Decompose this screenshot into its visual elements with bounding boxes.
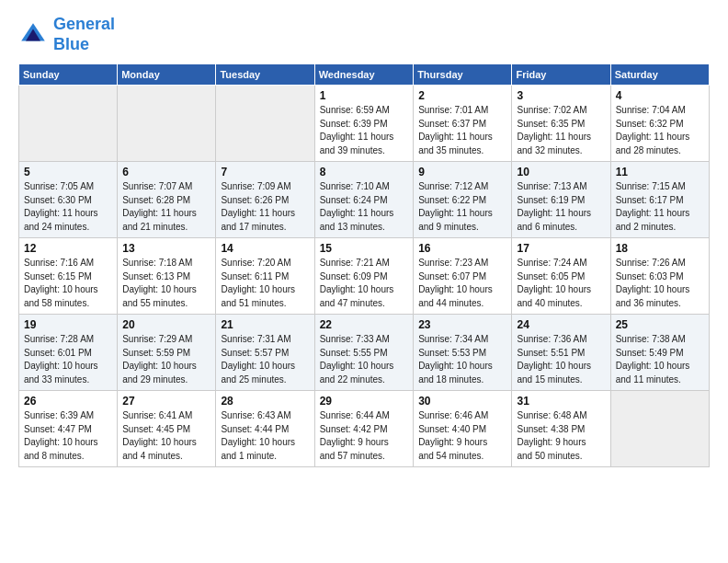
day-info: Sunrise: 7:10 AM Sunset: 6:24 PM Dayligh…: [320, 180, 408, 234]
day-number: 10: [517, 166, 605, 178]
day-info: Sunrise: 6:48 AM Sunset: 4:38 PM Dayligh…: [517, 409, 605, 463]
day-number: 5: [24, 166, 112, 178]
day-info: Sunrise: 6:43 AM Sunset: 4:44 PM Dayligh…: [221, 409, 309, 463]
calendar-cell: 19Sunrise: 7:28 AM Sunset: 6:01 PM Dayli…: [19, 315, 118, 391]
day-number: 25: [616, 318, 704, 331]
calendar-cell: 17Sunrise: 7:24 AM Sunset: 6:05 PM Dayli…: [512, 238, 610, 315]
day-info: Sunrise: 7:36 AM Sunset: 5:51 PM Dayligh…: [517, 333, 605, 386]
calendar-cell: 8Sunrise: 7:10 AM Sunset: 6:24 PM Daylig…: [314, 162, 413, 238]
calendar-cell: [19, 86, 118, 162]
day-number: 23: [418, 318, 506, 331]
day-info: Sunrise: 7:31 AM Sunset: 5:57 PM Dayligh…: [221, 333, 309, 386]
day-info: Sunrise: 7:02 AM Sunset: 6:35 PM Dayligh…: [517, 104, 605, 157]
day-number: 17: [517, 242, 605, 255]
calendar-cell: 24Sunrise: 7:36 AM Sunset: 5:51 PM Dayli…: [512, 315, 610, 391]
calendar-cell: 11Sunrise: 7:15 AM Sunset: 6:17 PM Dayli…: [610, 162, 709, 238]
day-info: Sunrise: 7:24 AM Sunset: 6:05 PM Dayligh…: [517, 257, 605, 310]
day-info: Sunrise: 6:59 AM Sunset: 6:39 PM Dayligh…: [320, 104, 408, 157]
day-number: 16: [418, 242, 506, 255]
calendar-cell: 20Sunrise: 7:29 AM Sunset: 5:59 PM Dayli…: [118, 315, 216, 391]
calendar-cell: 1Sunrise: 6:59 AM Sunset: 6:39 PM Daylig…: [314, 86, 413, 162]
calendar-cell: 10Sunrise: 7:13 AM Sunset: 6:19 PM Dayli…: [512, 162, 610, 238]
day-number: 13: [122, 242, 210, 255]
day-number: 18: [616, 242, 704, 255]
day-number: 12: [24, 242, 112, 255]
calendar-cell: 6Sunrise: 7:07 AM Sunset: 6:28 PM Daylig…: [118, 162, 216, 238]
week-row-2: 5Sunrise: 7:05 AM Sunset: 6:30 PM Daylig…: [19, 162, 710, 238]
day-number: 15: [320, 242, 408, 255]
calendar-cell: 25Sunrise: 7:38 AM Sunset: 5:49 PM Dayli…: [610, 315, 709, 391]
weekday-header-thursday: Thursday: [414, 64, 512, 86]
day-info: Sunrise: 7:09 AM Sunset: 6:26 PM Dayligh…: [221, 180, 309, 234]
calendar-cell: 16Sunrise: 7:23 AM Sunset: 6:07 PM Dayli…: [414, 238, 512, 315]
calendar-cell: 28Sunrise: 6:43 AM Sunset: 4:44 PM Dayli…: [216, 391, 314, 467]
calendar-cell: [216, 86, 314, 162]
calendar-cell: 2Sunrise: 7:01 AM Sunset: 6:37 PM Daylig…: [414, 86, 512, 162]
day-info: Sunrise: 7:05 AM Sunset: 6:30 PM Dayligh…: [24, 180, 112, 234]
calendar-cell: 26Sunrise: 6:39 AM Sunset: 4:47 PM Dayli…: [19, 391, 118, 467]
weekday-header-wednesday: Wednesday: [314, 64, 413, 86]
day-info: Sunrise: 6:39 AM Sunset: 4:47 PM Dayligh…: [24, 409, 112, 463]
day-info: Sunrise: 7:29 AM Sunset: 5:59 PM Dayligh…: [122, 333, 210, 386]
weekday-header-saturday: Saturday: [610, 64, 709, 86]
day-number: 1: [320, 89, 408, 102]
day-number: 21: [221, 318, 309, 331]
day-number: 27: [122, 395, 210, 408]
day-number: 8: [320, 166, 408, 178]
week-row-1: 1Sunrise: 6:59 AM Sunset: 6:39 PM Daylig…: [19, 86, 710, 162]
day-number: 19: [24, 318, 112, 331]
day-info: Sunrise: 6:41 AM Sunset: 4:45 PM Dayligh…: [122, 409, 210, 463]
calendar-cell: 4Sunrise: 7:04 AM Sunset: 6:32 PM Daylig…: [610, 86, 709, 162]
weekday-header-row: SundayMondayTuesdayWednesdayThursdayFrid…: [19, 64, 710, 86]
calendar-cell: 14Sunrise: 7:20 AM Sunset: 6:11 PM Dayli…: [216, 238, 314, 315]
page-header: General Blue: [18, 15, 710, 54]
day-info: Sunrise: 6:44 AM Sunset: 4:42 PM Dayligh…: [320, 409, 408, 463]
day-number: 4: [616, 89, 704, 102]
day-info: Sunrise: 7:12 AM Sunset: 6:22 PM Dayligh…: [418, 180, 506, 234]
day-info: Sunrise: 7:20 AM Sunset: 6:11 PM Dayligh…: [221, 257, 309, 310]
day-info: Sunrise: 7:26 AM Sunset: 6:03 PM Dayligh…: [616, 257, 704, 310]
day-number: 30: [418, 395, 506, 408]
day-info: Sunrise: 7:23 AM Sunset: 6:07 PM Dayligh…: [418, 257, 506, 310]
day-info: Sunrise: 7:38 AM Sunset: 5:49 PM Dayligh…: [616, 333, 704, 386]
day-number: 24: [517, 318, 605, 331]
day-info: Sunrise: 7:15 AM Sunset: 6:17 PM Dayligh…: [616, 180, 704, 234]
week-row-3: 12Sunrise: 7:16 AM Sunset: 6:15 PM Dayli…: [19, 238, 710, 315]
weekday-header-friday: Friday: [512, 64, 610, 86]
day-info: Sunrise: 7:28 AM Sunset: 6:01 PM Dayligh…: [24, 333, 112, 386]
day-info: Sunrise: 7:21 AM Sunset: 6:09 PM Dayligh…: [320, 257, 408, 310]
logo-text: General Blue: [53, 15, 115, 54]
day-number: 2: [418, 89, 506, 102]
calendar-cell: 21Sunrise: 7:31 AM Sunset: 5:57 PM Dayli…: [216, 315, 314, 391]
calendar-cell: 22Sunrise: 7:33 AM Sunset: 5:55 PM Dayli…: [314, 315, 413, 391]
day-info: Sunrise: 7:13 AM Sunset: 6:19 PM Dayligh…: [517, 180, 605, 234]
page-container: General Blue SundayMondayTuesdayWednesda…: [0, 0, 728, 477]
day-number: 7: [221, 166, 309, 178]
day-info: Sunrise: 7:07 AM Sunset: 6:28 PM Dayligh…: [122, 180, 210, 234]
day-number: 22: [320, 318, 408, 331]
day-info: Sunrise: 7:16 AM Sunset: 6:15 PM Dayligh…: [24, 257, 112, 310]
week-row-4: 19Sunrise: 7:28 AM Sunset: 6:01 PM Dayli…: [19, 315, 710, 391]
calendar-cell: 15Sunrise: 7:21 AM Sunset: 6:09 PM Dayli…: [314, 238, 413, 315]
day-info: Sunrise: 7:01 AM Sunset: 6:37 PM Dayligh…: [418, 104, 506, 157]
day-number: 14: [221, 242, 309, 255]
calendar-cell: [610, 391, 709, 467]
calendar-cell: 3Sunrise: 7:02 AM Sunset: 6:35 PM Daylig…: [512, 86, 610, 162]
day-number: 26: [24, 395, 112, 408]
day-info: Sunrise: 7:04 AM Sunset: 6:32 PM Dayligh…: [616, 104, 704, 157]
day-number: 6: [122, 166, 210, 178]
calendar-cell: 5Sunrise: 7:05 AM Sunset: 6:30 PM Daylig…: [19, 162, 118, 238]
week-row-5: 26Sunrise: 6:39 AM Sunset: 4:47 PM Dayli…: [19, 391, 710, 467]
day-number: 20: [122, 318, 210, 331]
day-number: 11: [616, 166, 704, 178]
day-number: 3: [517, 89, 605, 102]
calendar-table: SundayMondayTuesdayWednesdayThursdayFrid…: [18, 63, 710, 467]
calendar-cell: 13Sunrise: 7:18 AM Sunset: 6:13 PM Dayli…: [118, 238, 216, 315]
calendar-cell: 30Sunrise: 6:46 AM Sunset: 4:40 PM Dayli…: [414, 391, 512, 467]
day-number: 29: [320, 395, 408, 408]
weekday-header-tuesday: Tuesday: [216, 64, 314, 86]
logo: General Blue: [18, 15, 115, 54]
day-info: Sunrise: 6:46 AM Sunset: 4:40 PM Dayligh…: [418, 409, 506, 463]
day-info: Sunrise: 7:18 AM Sunset: 6:13 PM Dayligh…: [122, 257, 210, 310]
calendar-cell: 18Sunrise: 7:26 AM Sunset: 6:03 PM Dayli…: [610, 238, 709, 315]
